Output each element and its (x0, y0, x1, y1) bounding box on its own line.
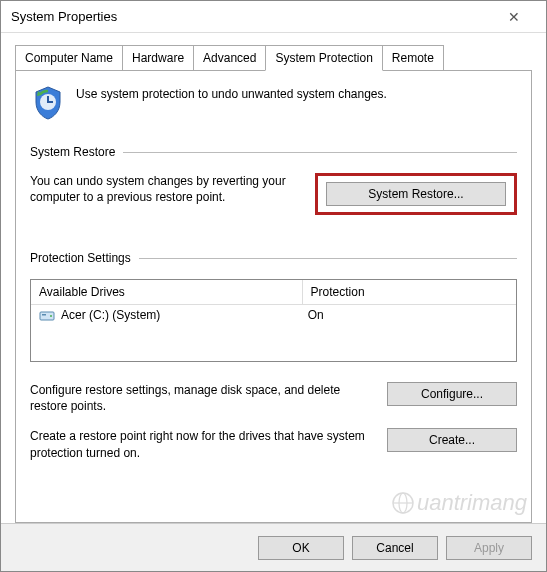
apply-button: Apply (446, 536, 532, 560)
shield-restore-icon (30, 85, 66, 121)
section-header-protection: Protection Settings (30, 251, 517, 265)
restore-description: You can undo system changes by reverting… (30, 173, 303, 205)
window-title: System Properties (11, 9, 117, 24)
create-button[interactable]: Create... (387, 428, 517, 452)
create-description: Create a restore point right now for the… (30, 428, 375, 460)
ok-button[interactable]: OK (258, 536, 344, 560)
tab-hardware[interactable]: Hardware (122, 45, 194, 70)
drive-icon (39, 308, 55, 322)
col-header-protection[interactable]: Protection (303, 280, 516, 304)
tab-system-protection[interactable]: System Protection (265, 45, 382, 71)
highlight-box: System Restore... (315, 173, 517, 215)
configure-button[interactable]: Configure... (387, 382, 517, 406)
configure-row: Configure restore settings, manage disk … (30, 382, 517, 414)
divider (139, 258, 517, 259)
tab-panel-system-protection: Use system protection to undo unwanted s… (15, 71, 532, 523)
svg-point-4 (50, 315, 52, 317)
protection-section-label: Protection Settings (30, 251, 131, 265)
intro-text: Use system protection to undo unwanted s… (76, 85, 387, 101)
system-restore-button[interactable]: System Restore... (326, 182, 506, 206)
tab-computer-name[interactable]: Computer Name (15, 45, 123, 70)
close-button[interactable]: ✕ (491, 3, 536, 31)
restore-section-label: System Restore (30, 145, 115, 159)
drive-name-cell: Acer (C:) (System) (61, 308, 302, 322)
dialog-footer: OK Cancel Apply (1, 523, 546, 571)
drives-table-header: Available Drives Protection (31, 280, 516, 305)
section-header-restore: System Restore (30, 145, 517, 159)
create-row: Create a restore point right now for the… (30, 428, 517, 460)
cancel-button[interactable]: Cancel (352, 536, 438, 560)
intro-row: Use system protection to undo unwanted s… (30, 85, 517, 121)
svg-rect-3 (42, 314, 46, 316)
divider (123, 152, 517, 153)
content-area: Computer Name Hardware Advanced System P… (1, 33, 546, 523)
close-icon: ✕ (508, 9, 520, 25)
tab-remote[interactable]: Remote (382, 45, 444, 70)
drive-protection-cell: On (308, 308, 324, 322)
configure-description: Configure restore settings, manage disk … (30, 382, 375, 414)
tab-strip: Computer Name Hardware Advanced System P… (15, 45, 532, 71)
restore-row: You can undo system changes by reverting… (30, 173, 517, 215)
tab-advanced[interactable]: Advanced (193, 45, 266, 70)
drives-table: Available Drives Protection Acer (C:) (S… (30, 279, 517, 362)
system-properties-window: System Properties ✕ Computer Name Hardwa… (0, 0, 547, 572)
table-row[interactable]: Acer (C:) (System) On (31, 305, 516, 325)
col-header-drives[interactable]: Available Drives (31, 280, 303, 304)
titlebar: System Properties ✕ (1, 1, 546, 33)
drives-table-body: Acer (C:) (System) On (31, 305, 516, 361)
